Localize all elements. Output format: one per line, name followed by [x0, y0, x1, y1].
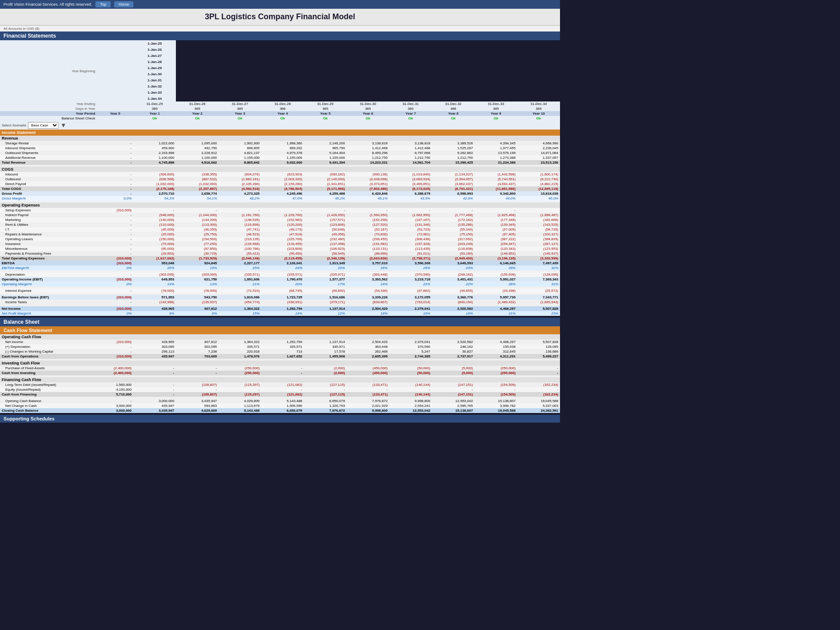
total-revenue-row: Total Revenue - 4,745,898 4,916,662 8,86…: [0, 160, 560, 165]
net-margin-row: Net Profit Margin% 0% 9% 8% 15% 14% 12% …: [0, 311, 560, 316]
taxes-row: Income Taxes - (142,988) (135,937) (454,…: [0, 300, 560, 304]
opening-balance-row: Opening Cash Balance - 3,000,000 3,435,9…: [0, 399, 560, 403]
begin-2030: 1-Jan-30: [133, 71, 176, 77]
end-2028: 31-Dec-28: [261, 102, 304, 106]
op-margin-row: Operating Margin% 0% 14% 13% 21% 20% 17%…: [0, 282, 560, 287]
capex-row: Purchase of Fixed Assets (2,400,000) - -…: [0, 366, 560, 371]
cashflow-header: Cash Flow Statement: [0, 326, 560, 334]
insurance-row: Insurance - (75,000) (77,250) (129,568) …: [0, 242, 560, 246]
total-revenue-label: Total Revenue: [0, 160, 97, 165]
end-2025: 31-Dec-25: [133, 102, 176, 106]
year-ending-label: Year Ending: [0, 102, 97, 106]
op-cf-header: Operating Cash Flow: [0, 334, 97, 340]
sr-y9: 4,394,345: [475, 141, 518, 146]
outbound-cogs-row: Outbound - (836,588) (887,532) (1,883,16…: [0, 177, 560, 182]
sr-y3: 1,992,900: [219, 141, 262, 146]
balance-sheet-header: Balance Sheet: [0, 318, 560, 326]
brand-text: Profit Vision Financial Services. All ri…: [4, 2, 92, 7]
revenue-header: Revenue: [0, 136, 97, 141]
cf-depreciation-row: (+) Depreciation - 303,095 303,095 335,5…: [0, 344, 560, 349]
days-label: Days in Year: [0, 106, 97, 111]
cashflow-table: Operating Cash Flow Net Income (310,000)…: [0, 334, 560, 413]
days-2027: 365: [219, 106, 262, 111]
interest-row: Interest Expense - (78,000) (78,000) (72…: [0, 288, 560, 293]
ok-9: Ok: [475, 116, 518, 121]
end-2026: 31-Dec-26: [176, 102, 219, 106]
year-label-6: Year 6: [346, 111, 389, 116]
equity-row: Equity (Issued/Repaid) 4,150,000 - - - -…: [0, 387, 560, 392]
begin-2033: 1-Jan-33: [133, 89, 176, 95]
begin-2031: 1-Jan-31: [133, 77, 176, 83]
income-table: Revenue Storage Rental - 1,022,000 1,095…: [0, 136, 560, 316]
days-2034: 365: [517, 106, 560, 111]
scenario-label: Select Scenario: [2, 123, 26, 127]
end-2031: 31-Dec-31: [389, 102, 432, 106]
sr-y7: 3,138,818: [389, 141, 432, 146]
sr-y4: 1,998,360: [261, 141, 304, 146]
cfi-row: Cash from Investing (2,400,000) - - (250…: [0, 371, 560, 375]
storage-rental-row: Storage Rental - 1,022,000 1,095,000 1,9…: [0, 141, 560, 146]
year-label-2: Year 2: [176, 111, 219, 116]
days-2031: 365: [389, 106, 432, 111]
op-leases-row: Operating Leases - (150,000) (154,500) (…: [0, 237, 560, 242]
home-button[interactable]: Home: [114, 1, 133, 7]
end-2027: 31-Dec-27: [219, 102, 262, 106]
end-2032: 31-Dec-32: [432, 102, 475, 106]
year-label-5: Year 5: [304, 111, 347, 116]
year-period-label: Year Period: [0, 111, 97, 116]
sr-y6: 3,138,818: [346, 141, 389, 146]
outbound-shipments-row: Outbound Shipments - 2,163,998 2,228,912…: [0, 150, 560, 155]
setup-row: Setup Expenses (310,000) - - - - - - - -…: [0, 208, 560, 213]
additional-revenue-row: Additional Revenue - 1,100,000 1,100,000…: [0, 155, 560, 160]
inbound-shipments-row: Inbound Shipments - 459,900 492,750 896,…: [0, 146, 560, 150]
inbound-cogs-row: Inbound - (306,600) (338,355) (604,076) …: [0, 172, 560, 177]
financial-statements-header: Financial Statements: [0, 32, 560, 40]
days-2028: 366: [261, 106, 304, 111]
it-row: I.T. - (45,000) (46,350) (47,741) (49,17…: [0, 227, 560, 232]
scenario-row: Select Scenario Base Case ▼: [0, 121, 97, 130]
ok-7: Ok: [389, 116, 432, 121]
ebitda-row: EBITDA (310,000) 953,048 924,845 2,227,1…: [0, 261, 560, 266]
total-cogs-row: Total COGS - (2,175,188) (2,257,887) (4,…: [0, 186, 560, 191]
payments-row: Payments & Processing Fees - (29,662) (3…: [0, 251, 560, 256]
begin-2027: 1-Jan-27: [133, 52, 176, 59]
gross-margin-row: Gross Margin% 0,0% 54,2% 54,1% 48,2% 47,…: [0, 196, 560, 201]
sr-y8: 3,389,526: [432, 141, 475, 146]
direct-payroll-row: Direct Payroll - (1,032,000) (1,032,000)…: [0, 182, 560, 186]
rent-row: Rent & Utilities - (110,000) (113,300) (…: [0, 222, 560, 227]
end-2034: 31-Dec-34: [517, 102, 560, 106]
year-label-3: Year 3: [219, 111, 262, 116]
ebt-row: Earnings Before taxes (EBT) (310,000) 57…: [0, 295, 560, 300]
ok-3: Ok: [219, 116, 262, 121]
depreciation-row: Depreciation - (303,095) (303,095) (335,…: [0, 272, 560, 277]
sr-y5: 2,146,200: [304, 141, 347, 146]
op-income-row: Operating Income (EBIT) (310,000) 649,95…: [0, 277, 560, 282]
ok-4: Ok: [261, 116, 304, 121]
params-table: Year Beginning 1-Jan-25 1-Jan-26 1-Jan-2…: [0, 40, 560, 130]
year-label-4: Year 4: [261, 111, 304, 116]
top-bar: Profit Vision Financial Services. All ri…: [0, 0, 560, 9]
marketing-row: Marketing - (140,000) (144,200) (148,526…: [0, 217, 560, 222]
inv-cf-header: Investing Cash Flow: [0, 360, 97, 366]
year-beginning-label: Year Beginning: [0, 40, 97, 102]
gross-profit-row: Gross Profit - 2,570,710 2,658,774 4,273…: [0, 191, 560, 196]
year-label-7: Year 7: [389, 111, 432, 116]
ok-5: Ok: [304, 116, 347, 121]
supporting-schedules-header: Supporting Schedules: [0, 415, 560, 423]
net-income-row: Net Income (310,000) 428,965 407,812 1,3…: [0, 306, 560, 311]
begin-2029: 1-Jan-29: [133, 65, 176, 71]
outbound-label: Outbound Shipments: [0, 150, 97, 155]
year-label-9: Year 9: [475, 111, 518, 116]
days-2025: 365: [133, 106, 176, 111]
year-label-1: Year 1: [133, 111, 176, 116]
ltd-row: Long-Term Debt (Issued/Repaid) 1,560,000…: [0, 382, 560, 387]
days-2029: 365: [304, 106, 347, 111]
scenario-select[interactable]: Base Case: [28, 122, 59, 129]
currency-note: All Amounts in USD ($): [0, 26, 560, 32]
page-title: 3PL Logistics Company Financial Model: [0, 9, 560, 26]
storage-rental-label: Storage Rental: [0, 141, 97, 146]
days-2030: 365: [346, 106, 389, 111]
sr-y1: 1,022,000: [133, 141, 176, 146]
top-button[interactable]: Top: [95, 1, 111, 7]
closing-balance-row: Closing Cash Balance 3,000,000 3,435,947…: [0, 408, 560, 413]
